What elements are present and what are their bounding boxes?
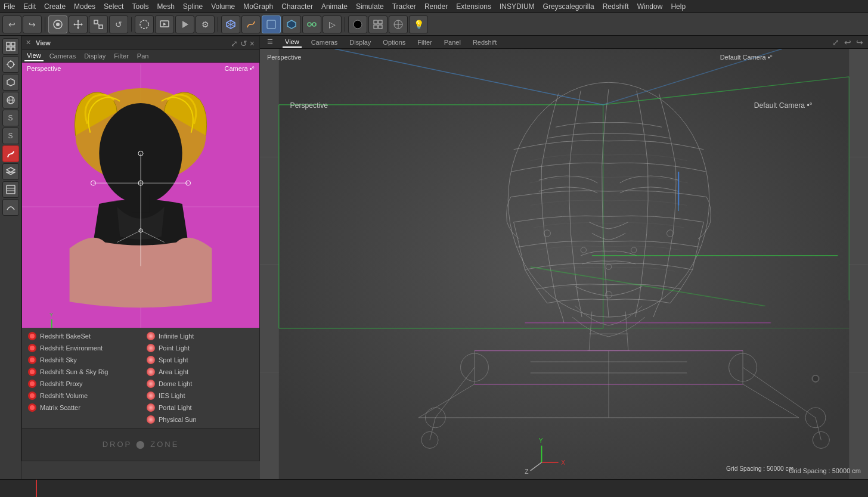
menu-simulate[interactable]: Simulate: [356, 2, 384, 11]
light-button[interactable]: 💡: [409, 15, 428, 33]
sidebar-layer-button[interactable]: [2, 163, 19, 180]
rotate-tool-button[interactable]: ↺: [109, 15, 128, 33]
menu-insydium[interactable]: INSYDIUM: [500, 2, 535, 11]
svg-rect-9: [99, 25, 103, 29]
menu-render[interactable]: Render: [424, 2, 448, 11]
scale-tool-button[interactable]: [89, 15, 108, 33]
effector-button[interactable]: [302, 15, 321, 33]
tab-main-redshift[interactable]: Redshift: [470, 38, 499, 47]
tab-main-display[interactable]: Display: [347, 38, 373, 47]
grid-view-button[interactable]: [368, 15, 388, 33]
dropdown-item-matrix-scatter[interactable]: Matrix Scatter: [22, 402, 141, 414]
svg-rect-25: [374, 20, 377, 24]
dropdown-item-ies-light[interactable]: IES Light: [141, 390, 259, 402]
menu-greyscalegorilla[interactable]: Greyscalegorilla: [543, 2, 594, 11]
sidebar-paint-button[interactable]: S: [2, 110, 19, 126]
sync-viewport-icon[interactable]: ↩: [844, 38, 851, 47]
tab-display[interactable]: Display: [82, 51, 108, 61]
menu-file[interactable]: File: [4, 2, 15, 11]
sidebar-deform-button[interactable]: [2, 199, 19, 216]
menu-select[interactable]: Select: [104, 2, 123, 11]
sidebar-transform-button[interactable]: [2, 38, 19, 55]
render-view-button[interactable]: [155, 15, 174, 33]
tab-view[interactable]: View: [24, 51, 44, 61]
dropdown-item-infinite-light[interactable]: Infinite Light: [141, 330, 259, 342]
object-tool-button[interactable]: [48, 15, 67, 33]
playhead[interactable]: [36, 480, 37, 497]
toolbar-separator-1: [45, 17, 45, 32]
sidebar-active-button[interactable]: [2, 145, 19, 162]
menu-mograph[interactable]: MoGraph: [243, 2, 273, 11]
menu-extensions[interactable]: Extensions: [456, 2, 491, 11]
redo-button[interactable]: ↪: [23, 15, 42, 33]
tab-main-options[interactable]: Options: [380, 38, 408, 47]
menu-create[interactable]: Create: [44, 2, 66, 11]
material-button[interactable]: [348, 15, 367, 33]
sidebar-grid-button[interactable]: [2, 181, 19, 198]
menu-help[interactable]: Help: [671, 2, 686, 11]
svg-text:Grid Spacing : 50000 cm: Grid Spacing : 50000 cm: [726, 465, 793, 472]
render-button[interactable]: [175, 15, 194, 33]
dropdown-rs-icon: [28, 344, 36, 352]
dropdown-item-point-light[interactable]: Point Light: [141, 342, 259, 354]
tab-main-menu[interactable]: ☰: [265, 37, 275, 47]
move-tool-button[interactable]: [69, 15, 88, 33]
primitive-cube-button[interactable]: [221, 15, 240, 33]
menu-animate[interactable]: Animate: [321, 2, 348, 11]
expand-icon[interactable]: ⤢: [231, 39, 238, 48]
left-viewport-title: View: [36, 39, 51, 46]
menu-character[interactable]: Character: [281, 2, 313, 11]
close-main-viewport-icon[interactable]: ↪: [856, 38, 863, 47]
grid-toggle-button[interactable]: [389, 15, 408, 33]
menu-modes[interactable]: Modes: [74, 2, 95, 11]
dropdown-item-redshift-sun-&-sky-rig[interactable]: Redshift Sun & Sky Rig: [22, 366, 141, 378]
tab-main-cameras[interactable]: Cameras: [309, 38, 340, 47]
close-left-viewport[interactable]: ✕: [26, 39, 31, 46]
dropdown-item-area-light[interactable]: Area Light: [141, 366, 259, 378]
tag-button[interactable]: ▷: [323, 15, 342, 33]
sidebar-model-button[interactable]: [2, 74, 19, 91]
deformer-button[interactable]: [282, 15, 301, 33]
render-settings-button[interactable]: ⚙: [196, 15, 215, 33]
tab-cameras[interactable]: Cameras: [47, 51, 79, 61]
tab-main-filter[interactable]: Filter: [415, 38, 434, 47]
tab-filter[interactable]: Filter: [111, 51, 131, 61]
menu-volume[interactable]: Volume: [211, 2, 235, 11]
live-selection-button[interactable]: [135, 15, 154, 33]
undo-button[interactable]: ↩: [2, 15, 21, 33]
selection-filter-button[interactable]: [262, 15, 281, 33]
menu-tools[interactable]: Tools: [132, 2, 148, 11]
left-viewport-tabs: View Cameras Display Filter Pan ⤢ ↺ ×: [22, 49, 259, 63]
menu-edit[interactable]: Edit: [23, 2, 36, 11]
svg-marker-14: [182, 21, 188, 28]
main-canvas: Perspective Default Camera •° Grid Spaci…: [260, 49, 868, 479]
dropdown-item-physical-sun[interactable]: Physical Sun: [141, 414, 259, 425]
tab-pan[interactable]: Pan: [135, 51, 151, 61]
dropdown-item-spot-light[interactable]: Spot Light: [141, 354, 259, 366]
dropdown-item-redshift-bakeset[interactable]: Redshift BakeSet: [22, 330, 141, 342]
dropdown-item-redshift-volume[interactable]: Redshift Volume: [22, 390, 141, 402]
close-icon[interactable]: ×: [250, 39, 255, 48]
menu-tracker[interactable]: Tracker: [392, 2, 416, 11]
maximize-viewport-icon[interactable]: ⤢: [832, 38, 839, 47]
sidebar-sculpt-button[interactable]: S: [2, 128, 19, 144]
dropdown-light-icon: [147, 380, 155, 388]
gg-drop-zone[interactable]: DROP ⬤ ZONE: [22, 427, 259, 461]
menu-window[interactable]: Window: [637, 2, 663, 11]
dropdown-item-portal-light[interactable]: Portal Light: [141, 402, 259, 414]
sync-icon[interactable]: ↺: [240, 39, 247, 48]
spline-tool-button[interactable]: [241, 15, 261, 33]
dropdown-item-redshift-environment[interactable]: Redshift Environment: [22, 342, 141, 354]
tab-main-view[interactable]: View: [283, 37, 302, 48]
svg-rect-68: [279, 49, 849, 479]
menu-spline[interactable]: Spline: [183, 2, 203, 11]
sidebar-texture-button[interactable]: [2, 92, 19, 108]
dropdown-item-redshift-proxy[interactable]: Redshift Proxy: [22, 378, 141, 390]
menu-redshift[interactable]: Redshift: [603, 2, 629, 11]
sidebar-snap-button[interactable]: [2, 56, 19, 73]
tab-main-panel[interactable]: Panel: [442, 38, 463, 47]
dropdown-light-icon: [147, 368, 155, 376]
dropdown-item-redshift-sky[interactable]: Redshift Sky: [22, 354, 141, 366]
menu-mesh[interactable]: Mesh: [157, 2, 174, 11]
dropdown-item-dome-light[interactable]: Dome Light: [141, 378, 259, 390]
